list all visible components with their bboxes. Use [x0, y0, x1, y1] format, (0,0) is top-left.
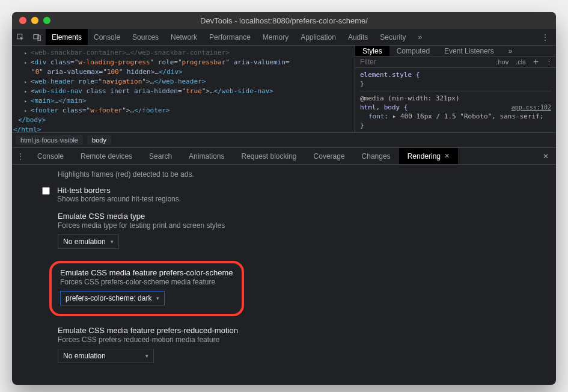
drawer-tab-search[interactable]: Search: [141, 148, 180, 164]
drawer-tab-animations[interactable]: Animations: [180, 148, 233, 164]
styles-body[interactable]: element.style { } @media (min-width: 321…: [355, 68, 556, 132]
drawer-tab-changes[interactable]: Changes: [353, 148, 399, 164]
hov-toggle[interactable]: :hov: [492, 58, 512, 66]
tab-application[interactable]: Application: [295, 29, 342, 45]
section-title: Emulate CSS media type: [58, 212, 526, 221]
drawer-tab-request-blocking[interactable]: Request blocking: [233, 148, 305, 164]
section-desc: Forces CSS prefers-color-scheme media fe…: [60, 278, 233, 286]
tab-audits[interactable]: Audits: [342, 29, 374, 45]
drawer-close-icon[interactable]: ✕: [536, 152, 556, 161]
dom-tree[interactable]: <web-snackbar-container>…</web-snackbar-…: [12, 46, 355, 132]
close-icon[interactable]: [19, 17, 26, 24]
titlebar: DevTools - localhost:8080/prefers-color-…: [12, 12, 556, 29]
drawer-tabs: ⋮ Console Remote devices Search Animatio…: [12, 148, 556, 165]
section-title: Emulate CSS media feature prefers-color-…: [60, 268, 233, 277]
close-icon[interactable]: ✕: [444, 152, 450, 160]
styles-filterbar: :hov .cls + ⋮: [355, 57, 556, 68]
dom-node[interactable]: </html>: [13, 125, 350, 132]
prev-section-desc: Highlights frames (red) detected to be a…: [58, 170, 526, 179]
split-pane: <web-snackbar-container>…</web-snackbar-…: [12, 46, 556, 133]
traffic-lights: [19, 17, 50, 24]
section-emulate-media-type: Emulate CSS media type Forces media type…: [58, 212, 526, 249]
tab-memory[interactable]: Memory: [257, 29, 295, 45]
tab-performance[interactable]: Performance: [203, 29, 257, 45]
media-type-select[interactable]: No emulation▾: [58, 234, 119, 249]
section-hit-test-borders: Hit-test borders Shows borders around hi…: [42, 186, 526, 203]
tab-styles[interactable]: Styles: [355, 46, 389, 56]
inspect-icon[interactable]: [12, 29, 29, 46]
section-desc: Forces media type for testing print and …: [58, 221, 526, 230]
tabs-overflow-icon[interactable]: »: [501, 46, 520, 56]
section-emulate-prm: Emulate CSS media feature prefers-reduce…: [58, 326, 526, 363]
chevron-down-icon: ▾: [111, 239, 114, 245]
section-title: Emulate CSS media feature prefers-reduce…: [58, 326, 526, 335]
section-title: Hit-test borders: [57, 186, 111, 195]
device-toggle-icon[interactable]: [29, 29, 46, 46]
tab-computed[interactable]: Computed: [389, 46, 437, 56]
tab-event-listeners[interactable]: Event Listeners: [437, 46, 501, 56]
tabs-overflow-icon[interactable]: »: [412, 29, 429, 45]
dom-node[interactable]: <web-header role="navigation">…</web-hea…: [24, 77, 350, 87]
dom-node[interactable]: <web-snackbar-container>…</web-snackbar-…: [24, 48, 350, 58]
styles-panel: Styles Computed Event Listeners » :hov .…: [355, 46, 556, 132]
minimize-icon[interactable]: [31, 17, 38, 24]
source-link[interactable]: app.css:102: [512, 103, 551, 112]
prefers-reduced-motion-select[interactable]: No emulation▾: [58, 349, 154, 363]
dom-node[interactable]: "0" aria-valuemax="100" hidden>…</div>: [24, 67, 350, 77]
dom-node[interactable]: <web-side-nav class inert aria-hidden="t…: [24, 87, 350, 96]
dom-node[interactable]: </body>: [18, 115, 350, 125]
crumb-html[interactable]: html.js-focus-visible: [16, 135, 83, 145]
drawer-tab-rendering[interactable]: Rendering✕: [399, 148, 458, 164]
drawer-tab-remote[interactable]: Remote devices: [72, 148, 141, 164]
dom-node[interactable]: <div class="w-loading-progress" role="pr…: [24, 58, 350, 67]
window-title: DevTools - localhost:8080/prefers-color-…: [12, 16, 556, 25]
hit-test-checkbox[interactable]: [42, 187, 50, 195]
devtools-window: DevTools - localhost:8080/prefers-color-…: [12, 12, 556, 385]
more-icon[interactable]: ⋮: [534, 33, 556, 41]
section-desc: Shows borders around hit-test regions.: [57, 195, 181, 203]
cls-toggle[interactable]: .cls: [512, 58, 530, 66]
new-style-rule-button[interactable]: +: [530, 57, 542, 67]
chevron-down-icon: ▾: [145, 353, 148, 359]
prefers-color-scheme-select[interactable]: prefers-color-scheme: dark▾: [60, 291, 165, 305]
dom-node[interactable]: <footer class="w-footer">…</footer>: [24, 106, 350, 115]
section-desc: Forces CSS prefers-reduced-motion media …: [58, 335, 526, 344]
crumb-body[interactable]: body: [87, 135, 111, 145]
styles-tabs: Styles Computed Event Listeners »: [355, 46, 556, 57]
tab-console[interactable]: Console: [88, 29, 126, 45]
tab-network[interactable]: Network: [165, 29, 203, 45]
zoom-icon[interactable]: [43, 17, 50, 24]
chevron-down-icon: ▾: [156, 295, 159, 301]
drawer-menu-icon[interactable]: ⋮: [12, 152, 29, 161]
drawer-tab-coverage[interactable]: Coverage: [305, 148, 353, 164]
highlighted-section: Emulate CSS media feature prefers-color-…: [49, 261, 244, 316]
breadcrumb: html.js-focus-visible body: [12, 133, 556, 148]
styles-filter-input[interactable]: [355, 58, 492, 66]
tab-sources[interactable]: Sources: [126, 29, 165, 45]
tab-security[interactable]: Security: [374, 29, 412, 45]
rendering-drawer: Highlights frames (red) detected to be a…: [12, 165, 556, 385]
tab-elements[interactable]: Elements: [46, 29, 88, 45]
styles-more-icon[interactable]: ⋮: [542, 58, 556, 66]
drawer-tab-console[interactable]: Console: [29, 148, 72, 164]
main-tabs: Elements Console Sources Network Perform…: [12, 29, 556, 46]
dom-node[interactable]: <main>…</main>: [24, 96, 350, 106]
